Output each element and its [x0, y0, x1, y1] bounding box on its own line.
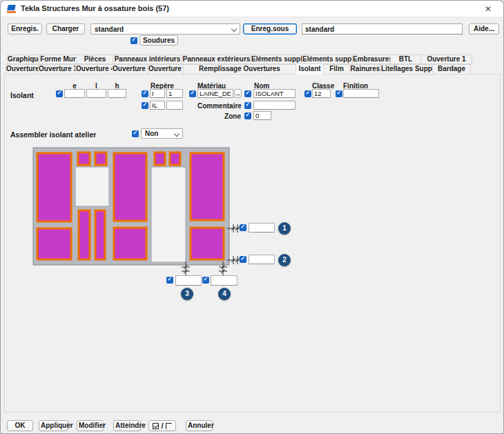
classe-checkbox[interactable] — [304, 90, 311, 97]
commentaire-field[interactable] — [253, 101, 295, 110]
insulation-panel — [170, 152, 180, 165]
tab-ouverture-2[interactable]: Ouverture 2 — [6, 64, 39, 75]
save-as-button[interactable]: Enreg.sous — [243, 23, 297, 34]
close-icon[interactable]: ✕ — [478, 2, 498, 16]
insulation-panels — [37, 152, 224, 259]
profile-combobox[interactable]: standard — [90, 23, 240, 34]
load-button[interactable]: Charger — [46, 23, 85, 34]
insulation-panel — [79, 210, 90, 259]
modify-button[interactable]: Modifier — [77, 420, 104, 431]
tab-isolant[interactable]: Isolant — [295, 63, 324, 75]
badge-4: 4 — [218, 288, 231, 300]
insulation-panel — [114, 153, 146, 221]
dim-1-input[interactable] — [249, 223, 275, 233]
dim-4-input[interactable] — [211, 275, 238, 286]
wall-diagram — [28, 146, 249, 284]
door-opening — [151, 167, 186, 262]
zone-label: Zone — [208, 112, 241, 120]
unchecked-box-icon — [166, 423, 172, 429]
insulation-panel — [37, 228, 71, 259]
welds-checkbox[interactable] — [130, 37, 137, 44]
ok-button[interactable]: OK — [7, 420, 33, 431]
toggle-checkboxes-button[interactable]: / — [148, 420, 176, 431]
tab-litellages-suppl[interactable]: Litellages Suppl. — [380, 64, 433, 75]
dim-3-checkbox[interactable] — [166, 277, 173, 284]
materiau-field[interactable] — [197, 89, 233, 98]
tab-pieces[interactable]: Pièces — [77, 55, 113, 64]
isolant-dims-checkbox[interactable] — [56, 90, 63, 97]
window-opening — [75, 167, 109, 206]
tab-rainures[interactable]: Rainures — [349, 64, 381, 75]
tab-ouverture-1[interactable]: Ouverture 1 — [420, 55, 472, 64]
dim-1-checkbox[interactable] — [240, 224, 246, 231]
zone-field[interactable] — [253, 111, 271, 120]
tab-bardage[interactable]: Bardage — [432, 64, 471, 75]
tab-btl[interactable]: BTL — [390, 55, 421, 64]
tab-forme-mur[interactable]: Forme Mur — [39, 55, 77, 64]
assembly-prefix-field[interactable] — [150, 101, 165, 110]
tab-ouverture-5[interactable]: Ouverture 5 — [112, 64, 148, 75]
materiau-browse-button[interactable]: ... — [234, 89, 242, 98]
tab-embrasures[interactable]: Embrasures — [352, 55, 391, 64]
insulation-panel — [155, 152, 165, 165]
finition-checkbox[interactable] — [336, 90, 342, 97]
commentaire-label: Commentaire — [197, 102, 241, 110]
zone-checkbox[interactable] — [244, 112, 251, 119]
insulation-panel — [95, 210, 105, 259]
tab-ouverture-3[interactable]: Ouverture 3 — [38, 64, 76, 75]
tab-ouverture-4[interactable]: Ouverture 4 — [75, 64, 113, 75]
dim-2-input[interactable] — [249, 255, 275, 264]
e-field[interactable] — [64, 89, 85, 98]
tab-film[interactable]: Film — [323, 64, 350, 75]
tab-panneaux-interieurs[interactable]: Panneaux intérieurs — [113, 55, 182, 64]
save-as-input[interactable] — [302, 23, 463, 34]
tab-remplissage-ouvertures[interactable]: Remplissage Ouvertures — [183, 64, 296, 75]
l-field[interactable] — [86, 89, 106, 98]
welds-button[interactable]: Soudures — [139, 35, 178, 46]
classe-field[interactable] — [312, 89, 331, 98]
badge-3: 3 — [181, 288, 193, 300]
h-field[interactable] — [108, 89, 126, 98]
isolant-section-label: Isolant — [10, 91, 34, 99]
repere-start-field[interactable] — [166, 89, 183, 98]
tab-row-1: Graphique Forme Mur Pièces Panneaux inté… — [7, 55, 472, 64]
assembly-repere-checkbox[interactable] — [142, 102, 148, 109]
help-button[interactable]: Aide... — [469, 23, 499, 34]
toggle-separator: / — [161, 422, 163, 431]
repere-checkbox[interactable] — [142, 90, 148, 97]
assemble-select[interactable]: Non — [141, 128, 183, 139]
tab-ouverture-6[interactable]: Ouverture 6 — [148, 64, 184, 75]
tekla-app-icon — [7, 4, 17, 14]
dim-2-checkbox[interactable] — [240, 256, 246, 263]
assemble-checkbox[interactable] — [132, 130, 139, 137]
dim-3-input[interactable] — [175, 275, 202, 286]
nom-field[interactable] — [253, 89, 295, 98]
insulation-panel — [191, 153, 224, 220]
tab-elements-suppl-1[interactable]: Eléments suppl.1 — [251, 55, 302, 64]
chevron-down-icon — [174, 130, 180, 136]
save-button[interactable]: Enregis. — [8, 23, 42, 34]
assemble-label: Assembler isolant atelier — [10, 130, 96, 139]
dim-4-checkbox[interactable] — [202, 277, 209, 284]
commentaire-checkbox[interactable] — [244, 102, 251, 109]
insulation-panel — [78, 152, 90, 165]
insulation-panel — [95, 152, 106, 165]
get-button[interactable]: Atteindre — [113, 420, 141, 431]
repere-prefix-field[interactable] — [150, 89, 165, 98]
finition-field[interactable] — [343, 89, 379, 98]
assembly-start-field[interactable] — [166, 101, 183, 110]
profile-combobox-value: standard — [95, 26, 124, 33]
materiau-checkbox[interactable] — [189, 90, 196, 97]
insulation-panel — [114, 228, 146, 259]
insulation-panel — [37, 153, 71, 221]
badge-2: 2 — [278, 254, 291, 266]
title-bar: Tekla Structures Mur à ossature bois (57… — [1, 1, 503, 17]
apply-button[interactable]: Appliquer — [39, 420, 68, 431]
tab-elements-suppl-2[interactable]: Eléments suppl.2 — [302, 55, 353, 64]
tab-panneaux-exterieurs[interactable]: Panneaux extérieurs — [182, 55, 251, 64]
tab-graphique[interactable]: Graphique — [7, 55, 39, 64]
badge-1: 1 — [278, 222, 291, 235]
insulation-panel — [191, 228, 224, 259]
cancel-button[interactable]: Annuler — [186, 420, 213, 431]
nom-checkbox[interactable] — [244, 90, 251, 97]
